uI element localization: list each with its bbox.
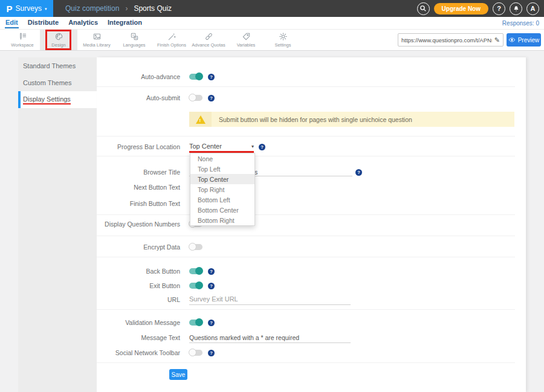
save-button[interactable]: Save [169, 369, 187, 380]
toolbar-item-media-library[interactable]: Media Library [78, 30, 115, 50]
progress-bar-location-select[interactable]: Top Center ▾ [189, 143, 254, 150]
back-button-toggle[interactable] [189, 268, 202, 274]
avatar[interactable]: A [526, 2, 539, 15]
auto-advance-toggle[interactable] [189, 74, 202, 80]
gear-icon [279, 32, 288, 41]
sidebar-item-custom-themes[interactable]: Custom Themes [18, 74, 97, 91]
notifications-button[interactable] [510, 2, 522, 15]
questionpro-logo: P [7, 4, 13, 13]
toolbar-item-label: Design [51, 42, 65, 48]
divider [97, 86, 515, 87]
exit-button-toggle[interactable] [189, 283, 202, 289]
help-icon[interactable]: ? [208, 268, 215, 275]
toolbar-item-label: Finish Options [157, 42, 186, 48]
design-sidebar: Standard Themes Custom Themes Display Se… [18, 57, 97, 392]
progress-bar-location-row: Progress Bar Location Top Center ▾ ? [97, 143, 526, 152]
toolbar-item-finish-options[interactable]: Finish Options [153, 30, 190, 50]
survey-link-url[interactable]: https://www.questionpro.com/t/APNrFZ [401, 37, 492, 43]
edit-pencil-icon[interactable]: ✎ [494, 36, 500, 44]
magic-wand-icon [167, 32, 176, 41]
tag-icon [242, 32, 251, 41]
help-button[interactable]: ? [493, 2, 505, 15]
message-text-row: Message Text Questions marked with a * a… [97, 333, 526, 343]
exit-button-label: Exit Button [97, 281, 180, 290]
toolbar-item-label: Settings [274, 42, 291, 48]
back-button-row: Back Button ? [97, 267, 526, 277]
help-icon[interactable]: ? [355, 169, 362, 176]
toolbar-item-design[interactable]: Design [40, 30, 77, 50]
upgrade-now-button[interactable]: Upgrade Now [434, 3, 488, 14]
survey-link-field[interactable]: https://www.questionpro.com/t/APNrFZ ✎ [398, 33, 504, 47]
help-icon[interactable]: ? [259, 144, 265, 150]
toolbar-item-advance-quotas[interactable]: Advance Quotas [190, 30, 227, 50]
app-window: P Surveys ▾ Quiz competition › Sports Qu… [0, 0, 544, 392]
tab-integration[interactable]: Integration [107, 18, 143, 28]
validation-message-toggle[interactable] [189, 320, 202, 326]
chevron-down-icon: ▾ [45, 7, 47, 11]
warning-icon-strip: ! [189, 112, 212, 127]
search-button[interactable] [417, 2, 430, 15]
auto-submit-label: Auto-submit [97, 94, 180, 102]
message-text-input[interactable] [189, 342, 351, 343]
top-bar: P Surveys ▾ Quiz competition › Sports Qu… [0, 0, 544, 17]
tab-edit[interactable]: Edit [5, 18, 19, 28]
social-network-toolbar-toggle[interactable] [189, 350, 202, 356]
media-library-icon [92, 32, 102, 41]
progress-bar-location-menu: None Top Left Top Center Top Right Botto… [190, 153, 255, 226]
social-network-toolbar-row: Social Network Toolbar ? [97, 349, 526, 358]
tab-distribute[interactable]: Distribute [27, 18, 59, 28]
exit-button-row: Exit Button ? [97, 281, 526, 291]
encrypt-data-toggle[interactable] [189, 244, 202, 250]
menu-option-none[interactable]: None [190, 153, 254, 164]
svg-text:x: x [132, 33, 134, 37]
display-question-numbers-label: Display Question Numbers [97, 220, 180, 228]
menu-option-top-right[interactable]: Top Right [190, 184, 254, 194]
back-button-label: Back Button [97, 267, 180, 275]
toolbar-item-settings[interactable]: Settings [264, 30, 302, 50]
toolbar-item-languages[interactable]: xA Languages [115, 30, 153, 50]
help-icon[interactable]: ? [208, 74, 215, 80]
message-text-value[interactable]: Questions marked with a * are required [189, 334, 299, 341]
responses-count[interactable]: Responses: 0 [502, 20, 539, 27]
menu-option-bottom-right[interactable]: Bottom Right [190, 215, 254, 225]
search-icon [419, 5, 427, 12]
breadcrumb-folder[interactable]: Quiz competition [65, 4, 119, 13]
next-button-text-row: Next Button Text [97, 183, 526, 193]
display-question-numbers-row: Display Question Numbers [97, 220, 526, 230]
annotation-select-underline [189, 151, 254, 153]
tab-analytics[interactable]: Analytics [68, 18, 99, 28]
exit-url-label: URL [97, 295, 180, 304]
exit-url-input[interactable] [189, 304, 351, 305]
toolbar-item-label: Advance Quotas [192, 42, 225, 48]
exit-url-placeholder[interactable]: Survey Exit URL [189, 295, 238, 303]
breadcrumb: Quiz competition › Sports Quiz [65, 4, 172, 13]
menu-option-top-left[interactable]: Top Left [190, 164, 254, 174]
sidebar-item-display-settings[interactable]: Display Settings [18, 91, 97, 108]
menu-option-bottom-center[interactable]: Bottom Center [190, 205, 254, 215]
divider [97, 309, 515, 310]
validation-message-row: Validation Message ? [97, 318, 526, 328]
toolbar-item-variables[interactable]: Variables [227, 30, 265, 50]
menu-option-top-center[interactable]: Top Center [190, 174, 254, 184]
help-icon[interactable]: ? [208, 320, 215, 326]
design-palette-icon [54, 32, 63, 41]
auto-submit-toggle[interactable] [189, 95, 202, 101]
toolbar-item-workspace[interactable]: Workspace [4, 30, 41, 50]
chain-link-icon [204, 32, 213, 41]
help-icon[interactable]: ? [208, 283, 215, 289]
toolbar-item-label: Languages [123, 42, 145, 48]
encrypt-data-row: Encrypt Data [97, 243, 526, 252]
nav-tabs: Edit Distribute Analytics Integration [5, 18, 143, 28]
toolbar-item-label: Workspace [11, 42, 33, 48]
toolbar-item-label: Variables [237, 42, 256, 48]
warning-text: Submit button will be hidden for pages w… [212, 112, 514, 127]
help-icon[interactable]: ? [208, 95, 215, 101]
encrypt-data-label: Encrypt Data [97, 243, 180, 251]
surveys-product-menu[interactable]: P Surveys ▾ [0, 0, 53, 17]
menu-option-bottom-left[interactable]: Bottom Left [190, 194, 254, 205]
help-icon[interactable]: ? [208, 350, 215, 356]
breadcrumb-survey-name[interactable]: Sports Quiz [134, 4, 172, 13]
preview-button[interactable]: Preview [507, 33, 541, 47]
breadcrumb-separator: › [125, 4, 128, 13]
sidebar-item-standard-themes[interactable]: Standard Themes [18, 57, 97, 74]
